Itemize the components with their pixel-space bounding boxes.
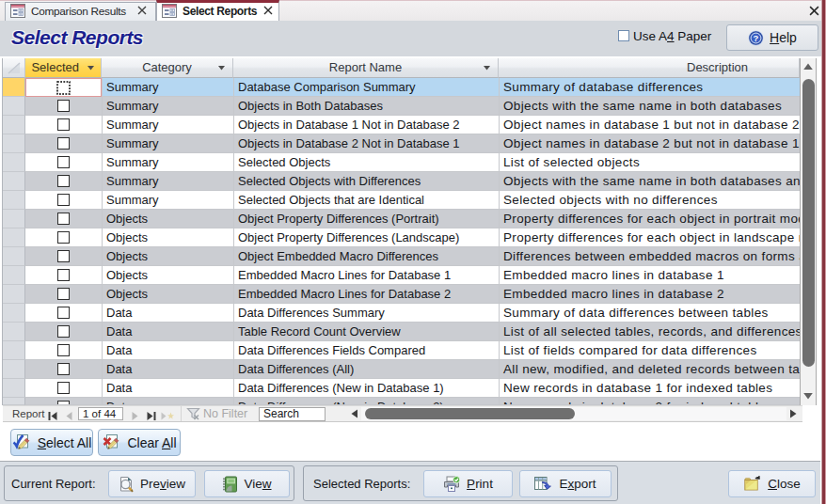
svg-text:?: ?	[754, 33, 759, 43]
